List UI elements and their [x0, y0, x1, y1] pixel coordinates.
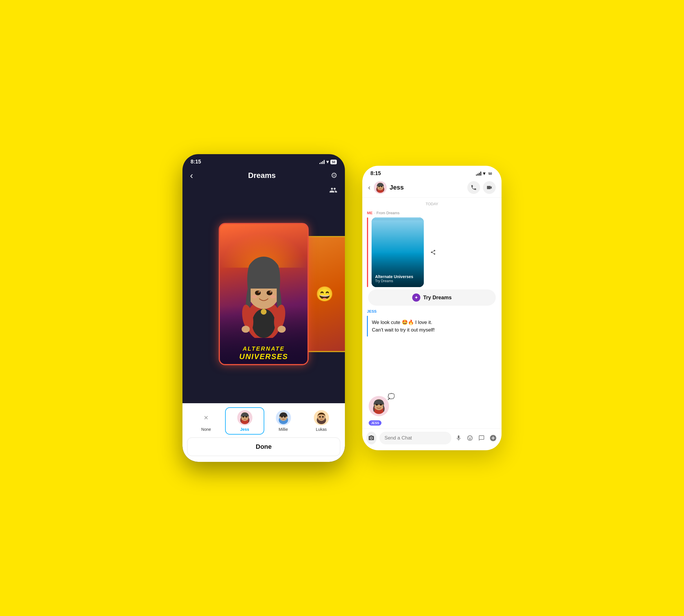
phone-right: 8:15 ▾ 50 ‹ [362, 166, 502, 450]
jess-bitmoji-area: 💭 JESS [367, 396, 497, 425]
svg-point-30 [319, 416, 321, 418]
try-dreams-icon: ✦ [412, 293, 420, 302]
svg-point-16 [278, 326, 286, 333]
chat-header: ‹ Jess [362, 179, 502, 198]
phone-call-button[interactable] [467, 181, 480, 194]
bitmoji-character [232, 251, 296, 338]
card-title-line1: Alternate [220, 346, 307, 352]
svg-point-11 [251, 295, 257, 299]
character-selector: ✕ None [182, 403, 345, 462]
left-header: ‹ Dreams ⚙ [182, 167, 345, 185]
main-dream-card[interactable]: Alternate Universes [219, 223, 309, 365]
message-image-container: Alternate Universes Try Dreams [367, 217, 497, 287]
jess-avatar [237, 410, 252, 425]
selector-none[interactable]: ✕ None [187, 408, 225, 434]
millie-avatar [276, 410, 291, 425]
card-title-area: Alternate Universes [220, 346, 307, 361]
svg-point-25 [281, 416, 283, 418]
chat-user-name: Jess [390, 184, 467, 191]
selector-none-label: None [201, 427, 211, 432]
jess-message-group: JESS We look cute 🤩🔥 I love it.Can't wai… [367, 309, 497, 336]
camera-button[interactable] [366, 432, 377, 444]
card-title-line2: Universes [220, 352, 307, 361]
right-status-icons: ▾ 50 [476, 171, 494, 176]
add-button[interactable] [489, 433, 498, 444]
chat-input-bar [362, 428, 502, 450]
sender-me: ME [367, 211, 373, 215]
share-button[interactable] [427, 246, 439, 258]
svg-point-48 [376, 404, 378, 405]
left-time: 8:15 [190, 159, 201, 165]
svg-point-15 [242, 326, 250, 333]
jess-name-tag: JESS [369, 420, 382, 425]
image-card-title: Alternate Universes Try Dreams [375, 274, 420, 283]
chat-date-label: TODAY [367, 201, 497, 207]
svg-point-2 [261, 309, 267, 315]
svg-point-5 [255, 291, 261, 295]
selector-lukas[interactable]: Lukas [302, 408, 340, 434]
svg-point-36 [381, 186, 382, 187]
jess-bitmoji-bubble: 💭 [369, 396, 392, 419]
chat-content: TODAY ME · From Dreams [362, 198, 502, 428]
jess-sender-label: JESS [367, 309, 497, 313]
right-signal-icon [476, 172, 481, 176]
selector-lukas-label: Lukas [316, 427, 327, 432]
chat-header-actions [467, 181, 496, 194]
message-sender: ME · From Dreams [367, 211, 497, 215]
chat-input[interactable] [380, 432, 451, 444]
sticker-button[interactable] [477, 433, 486, 444]
image-title-line1: Alternate Universes [375, 274, 420, 279]
signal-icon [319, 160, 325, 164]
thought-bubble-icon: 💭 [388, 393, 395, 400]
video-call-button[interactable] [483, 181, 496, 194]
svg-point-10 [271, 291, 272, 292]
try-dreams-label: Try Dreams [423, 295, 452, 301]
done-button[interactable]: Done [187, 438, 340, 456]
dream-image-card[interactable]: Alternate Universes Try Dreams [371, 217, 424, 287]
left-status-icons: ▾ 50 [319, 159, 337, 164]
message-red-bar [367, 217, 368, 287]
svg-point-35 [379, 186, 380, 187]
right-time: 8:15 [370, 170, 381, 176]
phone-left: 8:15 ▾ 50 ‹ Dreams ⚙ [182, 154, 345, 462]
selector-jess-label: Jess [240, 427, 249, 432]
selector-millie[interactable]: Millie [264, 408, 302, 434]
wifi-icon: ▾ [326, 159, 329, 164]
app-container: 8:15 ▾ 50 ‹ Dreams ⚙ [182, 154, 502, 462]
try-dreams-button[interactable]: ✦ Try Dreams [368, 289, 496, 306]
svg-point-26 [284, 416, 286, 418]
chat-avatar[interactable] [374, 181, 387, 194]
page-title: Dreams [248, 171, 276, 180]
back-button[interactable]: ‹ [190, 170, 193, 181]
emoji-button[interactable] [465, 433, 474, 444]
me-message-group: ME · From Dreams [367, 211, 497, 306]
right-status-bar: 8:15 ▾ 50 [362, 166, 502, 179]
svg-point-9 [259, 291, 260, 292]
svg-point-21 [245, 416, 247, 418]
microphone-button[interactable] [454, 433, 463, 444]
jess-bitmoji [369, 396, 389, 416]
jess-message-bubble: We look cute 🤩🔥 I love it.Can't wait to … [367, 316, 497, 336]
from-dreams-label: · From Dreams [374, 211, 400, 215]
x-icon: ✕ [204, 414, 209, 421]
cards-area: 😄 [182, 185, 345, 403]
right-battery: 50 [487, 171, 494, 176]
selector-row: ✕ None [182, 403, 345, 438]
svg-point-6 [267, 291, 272, 295]
right-wifi-icon: ▾ [483, 171, 485, 176]
selector-millie-label: Millie [279, 427, 288, 432]
image-title-line2: Try Dreams [375, 279, 420, 283]
svg-point-31 [322, 416, 324, 418]
settings-icon[interactable]: ⚙ [331, 171, 337, 180]
svg-point-20 [243, 416, 244, 418]
left-status-bar: 8:15 ▾ 50 [182, 154, 345, 167]
svg-point-12 [270, 295, 276, 299]
jess-message-text: We look cute 🤩🔥 I love it.Can't wait to … [372, 320, 435, 333]
chat-back-button[interactable]: ‹ [368, 183, 370, 192]
selector-jess[interactable]: Jess [225, 407, 264, 435]
svg-point-49 [380, 404, 382, 405]
left-battery: 50 [330, 160, 337, 164]
lukas-avatar [314, 410, 329, 425]
